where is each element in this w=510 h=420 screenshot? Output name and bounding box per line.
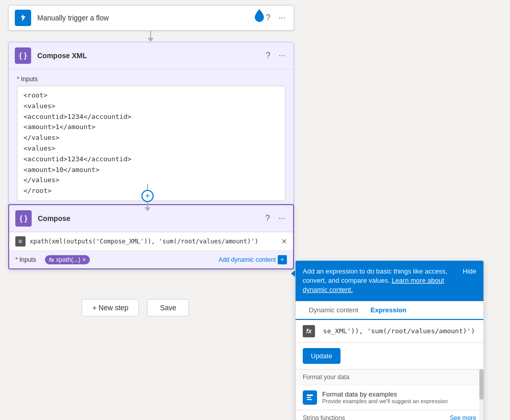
svg-rect-0: [307, 394, 313, 396]
compose-xml-block: { } Compose XML ? ··· * Inputs <root> <v…: [8, 42, 294, 208]
new-step-button[interactable]: + New step: [82, 299, 139, 316]
svg-rect-2: [307, 399, 312, 400]
expression-panel: Add an expression to do basic things lik…: [295, 260, 484, 420]
trigger-actions: ? ···: [264, 11, 287, 24]
xpath-chip-label: xpath(...): [56, 256, 80, 263]
save-button[interactable]: Save: [147, 299, 189, 316]
expression-bar-close[interactable]: ×: [281, 237, 287, 246]
compose-xml-help-button[interactable]: ?: [264, 49, 273, 62]
compose-xml-more-button[interactable]: ···: [277, 49, 287, 62]
tab-dynamic-content[interactable]: Dynamic content: [303, 301, 365, 320]
compose-title: Compose: [38, 214, 263, 223]
add-dynamic-label: Add dynamic content: [218, 256, 276, 263]
expression-input[interactable]: [319, 327, 476, 335]
water-drop-icon: [254, 8, 265, 24]
see-more-link[interactable]: See more: [450, 414, 476, 420]
add-dynamic-content[interactable]: Add dynamic content +: [218, 255, 287, 264]
compose-xml-actions: ? ···: [264, 49, 287, 62]
hide-button[interactable]: Hide: [463, 267, 476, 276]
chip-close-button[interactable]: ×: [82, 257, 86, 263]
trigger-help-button[interactable]: ?: [264, 11, 273, 24]
trigger-title: Manually trigger a flow: [37, 14, 264, 22]
compose-actions: ? ···: [263, 212, 287, 225]
trigger-icon: [15, 10, 31, 26]
string-functions-label: String functions: [303, 414, 345, 420]
scroll-track: [479, 369, 483, 420]
format-data-icon: [303, 390, 317, 405]
trigger-block: Manually trigger a flow ? ···: [8, 5, 294, 31]
panel-tabs: Dynamic content Expression: [296, 301, 483, 320]
panel-scroll-area: Format your data Format data by examples…: [296, 369, 483, 420]
expression-bar: ⊞ xpath(xml(outputs('Compose_XML')), 'su…: [9, 232, 293, 251]
xpath-chip[interactable]: fx xpath(...) ×: [45, 255, 90, 264]
fx-box-icon: fx: [303, 325, 315, 337]
compose-xml-title: Compose XML: [37, 52, 264, 60]
expression-bar-text: xpath(xml(outputs('Compose_XML')), 'sum(…: [30, 238, 277, 245]
inputs-row: * Inputs fx xpath(...) × Add dynamic con…: [9, 251, 293, 268]
inputs-label: * Inputs: [17, 76, 285, 83]
fx-icon: fx: [49, 257, 54, 263]
expression-input-row: fx: [296, 320, 483, 343]
expr-icon: ⊞: [15, 236, 26, 246]
connector-2: +: [141, 184, 154, 211]
compose-block: { } Compose ? ··· ⊞ xpath(xml(outputs('C…: [8, 204, 294, 269]
compose-more-button[interactable]: ···: [276, 212, 287, 225]
inputs-row-label: * Inputs: [15, 256, 41, 263]
format-data-item[interactable]: Format data by examples Provide examples…: [296, 385, 483, 410]
learn-more-link[interactable]: Learn more about dynamic content.: [303, 277, 444, 293]
trigger-more-button[interactable]: ···: [277, 11, 287, 24]
compose-xml-icon: { }: [15, 47, 31, 64]
string-functions-row: String functions See more: [296, 410, 483, 420]
tab-expression[interactable]: Expression: [365, 301, 412, 320]
update-button[interactable]: Update: [303, 348, 341, 364]
compose-xml-header: { } Compose XML ? ···: [9, 42, 294, 69]
format-section-title: Format your data: [296, 369, 483, 385]
bottom-buttons: + New step Save: [82, 299, 189, 316]
format-item-desc: Provide examples and we'll suggest an ex…: [322, 398, 448, 404]
svg-rect-1: [307, 397, 311, 398]
add-dynamic-plus-icon: +: [278, 255, 287, 264]
panel-header-description: Add an expression to do basic things lik…: [303, 267, 447, 293]
panel-header-text: Add an expression to do basic things lik…: [303, 267, 456, 295]
add-step-circle[interactable]: +: [141, 190, 154, 202]
scroll-thumb[interactable]: [479, 369, 483, 400]
connector-1: [148, 31, 154, 42]
compose-help-button[interactable]: ?: [263, 212, 272, 225]
panel-header: Add an expression to do basic things lik…: [296, 261, 483, 301]
compose-icon: { }: [15, 210, 32, 227]
format-item-title: Format data by examples: [322, 390, 448, 398]
